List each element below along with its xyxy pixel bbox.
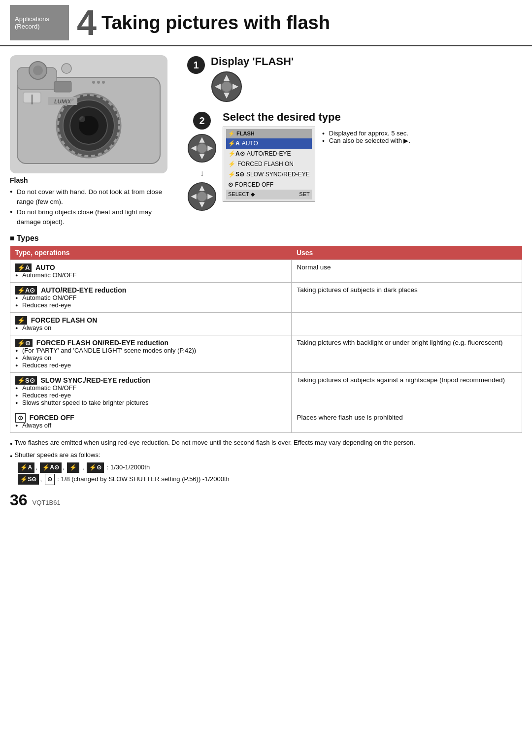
main-content: LUMIX Flash Do not cover with hand. Do n… (0, 46, 532, 227)
svg-point-13 (97, 81, 100, 84)
camera-note-1: Do not cover with hand. Do not look at f… (10, 187, 177, 207)
table-row: ⊙ FORCED OFFAlways offPlaces where flash… (10, 410, 522, 433)
footer-note-text-2: Shutter speeds are as follows: (14, 450, 100, 460)
menu-screen: ⚡ FLASH ⚡A AUTO ⚡A⊙ AUTO/RED-EYE ⚡ FOR (223, 127, 315, 202)
menu-label-auto: AUTO (242, 139, 258, 148)
step-1-circle: 1 (187, 56, 205, 74)
table-row: ⚡⊙ FORCED FLASH ON/RED-EYE reduction(For… (10, 335, 522, 373)
dpad-icon-1 (211, 71, 242, 102)
step-2-row: 2 ↓ (187, 111, 522, 211)
type-name: SLOW SYNC./RED-EYE reduction (40, 376, 150, 384)
operation-item: Always off (15, 422, 286, 429)
table-row: ⚡A⊙ AUTO/RED-EYE reductionAutomatic ON/O… (10, 283, 522, 313)
svg-rect-8 (54, 81, 71, 92)
chapter-number: 4 (77, 5, 97, 40)
menu-flash-header: ⚡ FLASH (228, 130, 255, 137)
uses-cell: Places where flash use is prohibited (292, 410, 522, 433)
menu-label-auto-redeye: AUTO/RED-EYE (247, 150, 291, 158)
step-2-arrow: ↓ (200, 169, 204, 178)
dpad-icon-2b (187, 182, 217, 211)
svg-point-12 (92, 81, 95, 84)
type-operations-cell: ⚡⊙ FORCED FLASH ON/RED-EYE reduction(For… (10, 335, 292, 373)
menu-row-forced: ⚡ FORCED FLASH ON (226, 159, 312, 169)
sym-slow-sync: ⚡S⊙ (18, 474, 39, 485)
types-section: Types Type, operations Uses ⚡A AUTOAutom… (0, 234, 532, 433)
menu-sym-off: ⊙ (228, 181, 233, 189)
type-name: AUTO (35, 263, 55, 271)
table-row: ⚡A AUTOAutomatic ON/OFFNormal use (10, 260, 522, 283)
menu-label-slow: SLOW SYNC/RED-EYE (246, 170, 310, 179)
sym-flash-a-redeye: ⚡A⊙ (40, 462, 62, 473)
sym-forced-off: ⊙ (45, 474, 55, 485)
step-1-content: Display 'FLASH' (211, 55, 522, 104)
menu-row-auto: ⚡A AUTO (226, 138, 312, 149)
page-number: 36 (10, 491, 28, 509)
operation-item: Reduces red-eye (15, 392, 286, 399)
menu-sym-auto-redeye: ⚡A⊙ (228, 150, 245, 158)
uses-cell (292, 313, 522, 335)
step2-note-list: Displayed for approx. 5 sec. Can also be… (322, 130, 522, 144)
operation-item: Reduces red-eye (15, 362, 286, 369)
footer-note-1: ● Two flashes are emitted when using red… (10, 438, 522, 448)
menu-label-off: FORCED OFF (235, 181, 273, 189)
step-2-title: Select the desired type (223, 111, 522, 124)
operation-item: Always on (15, 354, 286, 362)
step2-note-2: Can also be selected with ▶. (322, 137, 522, 144)
sym-flash-a: ⚡A (18, 462, 34, 473)
step-2-circle: 2 (193, 112, 211, 130)
menu-sym-auto: ⚡A (228, 139, 240, 148)
step-2-dpad-col: 2 ↓ (187, 111, 217, 211)
col-uses-header: Uses (292, 246, 522, 260)
camera-image: LUMIX (10, 55, 167, 173)
menu-footer-row: SELECT ◆ SET (226, 190, 312, 199)
uses-cell: Taking pictures of subjects against a ni… (292, 373, 522, 410)
footer-notes: ● Two flashes are emitted when using red… (0, 433, 532, 489)
right-column: 1 Display 'FLASH' 2 (187, 55, 522, 227)
footer-note-2: ● Shutter speeds are as follows: (10, 450, 522, 460)
type-operations-cell: ⚡ FORCED FLASH ONAlways on (10, 313, 292, 335)
type-sym: ⚡A⊙ (15, 286, 37, 295)
page-title: Taking pictures with flash (101, 5, 330, 40)
uses-cell: Normal use (292, 260, 522, 283)
bullet-icon-2: ● (10, 453, 12, 460)
menu-row-off: ⊙ FORCED OFF (226, 180, 312, 190)
operation-item: Automatic ON/OFF (15, 384, 286, 392)
menu-row-auto-redeye: ⚡A⊙ AUTO/RED-EYE (226, 149, 312, 159)
operation-item: Always on (15, 324, 286, 331)
menu-footer-select: SELECT ◆ (228, 191, 255, 198)
type-operations-cell: ⚡S⊙ SLOW SYNC./RED-EYE reductionAutomati… (10, 373, 292, 410)
sym-flash-forced-redeye: ⚡⊙ (87, 462, 104, 473)
svg-point-36 (197, 192, 207, 202)
svg-point-11 (62, 64, 71, 73)
footer-note-text-1: Two flashes are emitted when using red-e… (14, 438, 415, 448)
step-2-content: Select the desired type ⚡ FLASH ⚡A AUTO … (223, 111, 522, 202)
operation-item: Automatic ON/OFF (15, 271, 286, 279)
operation-item: Slows shutter speed to take brighter pic… (15, 399, 286, 406)
shutter-speed-1: : 1/30-1/2000th (107, 463, 150, 471)
operation-item: (For 'PARTY' and 'CANDLE LIGHT' scene mo… (15, 347, 286, 354)
types-table: Type, operations Uses ⚡A AUTOAutomatic O… (10, 246, 522, 433)
svg-point-24 (221, 81, 232, 92)
flash-label: Flash (10, 176, 177, 184)
types-heading: Types (10, 234, 522, 243)
type-sym: ⚡A (15, 263, 32, 272)
svg-point-14 (102, 81, 105, 84)
uses-cell: Taking pictures of subjects in dark plac… (292, 283, 522, 313)
shutter-row-1: ⚡A, ⚡A⊙, ⚡ , ⚡⊙ : 1/30-1/2000th (10, 462, 522, 473)
table-row: ⚡ FORCED FLASH ONAlways on (10, 313, 522, 335)
step2-notes: Displayed for approx. 5 sec. Can also be… (322, 127, 522, 144)
type-name: FORCED OFF (30, 414, 74, 422)
type-sym: ⚡ (15, 316, 27, 325)
step-2-body: ⚡ FLASH ⚡A AUTO ⚡A⊙ AUTO/RED-EYE ⚡ FOR (223, 127, 522, 202)
record-label: (Record) (15, 23, 62, 30)
menu-sym-forced: ⚡ (228, 160, 235, 168)
header-badge: Applications (Record) (10, 5, 69, 40)
camera-svg: LUMIX (12, 58, 165, 171)
menu-row-slow: ⚡S⊙ SLOW SYNC/RED-EYE (226, 169, 312, 180)
page-footer: 36 VQT1B61 (0, 489, 532, 514)
shutter-row-2: ⚡S⊙, ⊙ : 1/8 (changed by SLOW SHUTTER se… (10, 474, 522, 485)
type-sym: ⚡⊙ (15, 339, 33, 347)
vqt-label: VQT1B61 (33, 499, 61, 506)
svg-point-10 (33, 66, 43, 75)
type-name: FORCED FLASH ON/RED-EYE reduction (36, 339, 168, 347)
